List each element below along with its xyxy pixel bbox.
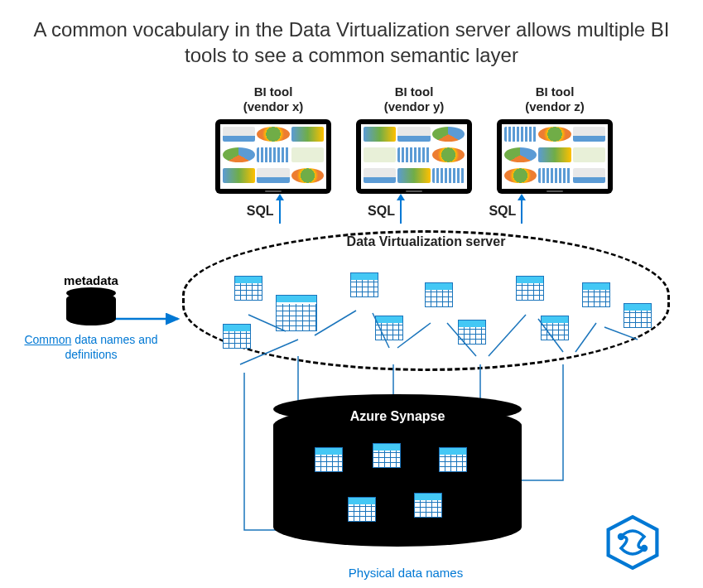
svg-point-11	[618, 533, 624, 540]
dv-server-label: Data Virtualization server	[347, 234, 506, 249]
virtual-table-icon	[425, 282, 453, 307]
virtual-table-icon	[541, 316, 569, 340]
metadata-cylinder-icon	[66, 292, 116, 325]
sql-arrows-row: SQL SQL SQL	[0, 194, 703, 224]
virtual-table-icon	[375, 316, 403, 340]
bi-tools-row: BI tool(vendor x) BI tool(vendor y) BI t…	[0, 76, 703, 194]
virtual-table-icon	[276, 295, 317, 331]
virtual-table-icon	[516, 276, 544, 301]
tablet-icon	[215, 119, 331, 194]
metadata-block: metadata Common data names and definitio…	[17, 273, 166, 362]
diagram-title: A common vocabulary in the Data Virtuali…	[0, 0, 703, 76]
tablet-icon	[356, 119, 472, 194]
tablet-icon	[497, 119, 613, 194]
virtual-table-icon	[582, 282, 610, 307]
synapse-logo-icon	[604, 513, 662, 571]
physical-table-icon	[439, 447, 467, 472]
physical-data-names-label: Physical data names	[298, 566, 513, 580]
physical-table-icon	[315, 447, 343, 472]
bi-tool-vendor-y: BI tool(vendor y)	[356, 84, 472, 194]
svg-point-12	[641, 545, 648, 552]
physical-table-icon	[414, 493, 442, 518]
bi-tool-label: BI tool(vendor x)	[243, 84, 304, 114]
metadata-description: Common data names and definitions	[17, 332, 166, 362]
arrow-up-icon	[279, 199, 281, 224]
azure-synapse-db: Azure Synapse	[273, 406, 522, 547]
synapse-label: Azure Synapse	[273, 409, 522, 424]
arrow-up-icon	[400, 199, 402, 224]
virtual-table-icon	[624, 303, 652, 328]
sql-arrow: SQL	[215, 199, 311, 224]
virtual-table-icon	[458, 320, 486, 345]
physical-table-icon	[373, 443, 401, 468]
bi-tool-vendor-x: BI tool(vendor x)	[215, 84, 331, 194]
sql-arrow: SQL	[336, 199, 432, 224]
sql-arrow: SQL	[458, 199, 554, 224]
virtual-table-icon	[350, 272, 378, 297]
arrow-up-icon	[521, 199, 522, 224]
bi-tool-label: BI tool(vendor z)	[525, 84, 585, 114]
physical-table-icon	[348, 497, 376, 522]
virtual-table-icon	[234, 276, 262, 301]
data-virtualization-server: Data Virtualization server	[182, 230, 670, 371]
virtual-table-icon	[223, 324, 251, 349]
bi-tool-label: BI tool(vendor y)	[384, 84, 445, 114]
metadata-heading: metadata	[17, 273, 166, 287]
bi-tool-vendor-z: BI tool(vendor z)	[497, 84, 613, 194]
